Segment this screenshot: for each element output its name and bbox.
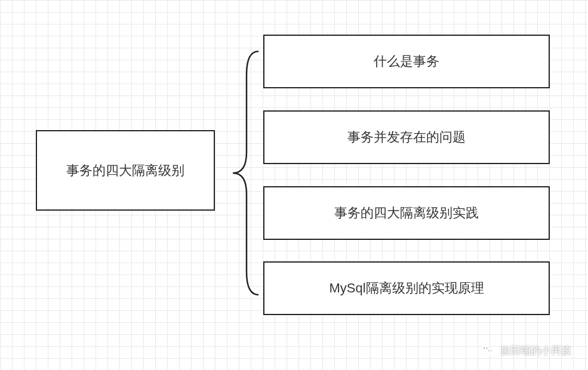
child-node-4-label: MySql隔离级别的实现原理 — [329, 279, 484, 297]
svg-point-1 — [487, 349, 493, 355]
child-node-1-label: 什么是事务 — [374, 53, 439, 70]
root-node: 事务的四大隔离级别 — [36, 130, 215, 211]
child-node-3: 事务的四大隔离级别实践 — [263, 186, 550, 240]
diagram-container: 事务的四大隔离级别 什么是事务 事务并发存在的问题 事务的四大隔离级别实践 My… — [0, 0, 588, 370]
svg-point-3 — [486, 347, 487, 349]
watermark: 捡田螺的小男孩 — [480, 343, 571, 358]
child-node-1: 什么是事务 — [263, 35, 550, 88]
watermark-text: 捡田螺的小男孩 — [500, 344, 571, 357]
svg-point-4 — [488, 350, 490, 352]
child-node-2-label: 事务并发存在的问题 — [347, 128, 466, 146]
child-node-4: MySql隔离级别的实现原理 — [263, 261, 550, 315]
wechat-icon — [480, 343, 495, 358]
child-node-2: 事务并发存在的问题 — [263, 110, 550, 164]
brace-connector — [226, 48, 261, 298]
root-node-label: 事务的四大隔离级别 — [66, 162, 184, 180]
child-node-3-label: 事务的四大隔离级别实践 — [334, 204, 479, 222]
svg-point-2 — [484, 347, 485, 349]
svg-point-5 — [491, 350, 492, 352]
